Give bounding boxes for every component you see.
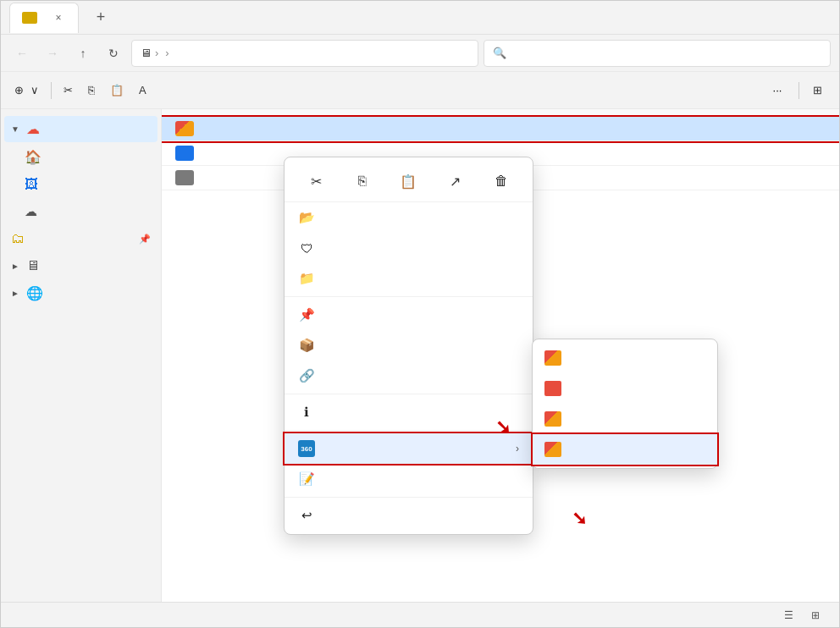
maximize-button[interactable] [749,4,788,31]
tab-close-button[interactable]: × [51,10,66,25]
extract-current-icon [544,441,561,458]
ctx-copy-button[interactable]: ⎘ [347,166,378,196]
ctx-copy-path[interactable]: 🔗 [285,361,533,391]
crack-file-icon [175,121,194,136]
notepad-icon: 📝 [298,471,315,488]
computer-chevron-icon: ► [11,262,19,271]
ctx-delete-button[interactable]: 🗑 [486,166,517,196]
computer-monitor-icon: 🖥 [26,258,40,273]
ctx-more-options[interactable]: ↩ [285,500,533,531]
wps-cloud-icon: ☁ [26,121,40,137]
ctx-notepad[interactable]: 📝 [285,464,533,494]
folder-open-icon: 📁 [298,270,315,287]
ctx-open-location[interactable]: 📁 [285,263,533,294]
up-button[interactable]: ↑ [70,41,96,66]
submenu-winrar-open[interactable] [533,343,717,373]
submenu [532,339,718,469]
extract-here-icon [544,410,561,427]
window-controls [707,4,831,31]
new-tab-button[interactable]: + [89,6,113,30]
sidebar-item-home[interactable]: 🏠 [4,144,158,170]
submenu-extract-files[interactable] [533,373,717,404]
ctx-open[interactable]: 📂 [285,202,533,233]
pin-start-icon: 📌 [298,306,315,323]
ctx-compress-zip[interactable]: 📦 [285,330,533,361]
grid-view-button[interactable]: ⊞ [805,605,826,625]
new-button[interactable]: ⊕ ∨ [8,76,46,105]
sidebar-item-wps[interactable]: ▼ ☁ [4,116,158,142]
properties-icon: ℹ [298,404,315,421]
file-list-header [162,109,839,117]
refresh-button[interactable]: ↻ [101,41,126,66]
new-chevron-icon: ∨ [30,84,39,96]
360compress-icon: 360 [298,440,315,457]
rename-icon: A [139,84,146,96]
context-menu: ✂ ⎘ 📋 ↗ 🗑 📂 🛡 📁 📌 📦 🔗 ℹ 360 [284,157,533,535]
pin-icon: 📌 [139,234,151,245]
search-box[interactable]: 🔍 [484,40,831,67]
new-icon: ⊕ [14,84,24,96]
more-options-icon: ↩ [298,507,315,524]
sidebar-item-nn[interactable]: ☁ [4,199,158,224]
extract-icon [544,380,561,397]
compress-zip-icon: 📦 [298,337,315,354]
forward-button[interactable]: → [40,41,65,66]
path-monitor-icon: 🖥 [141,47,152,59]
desktop-icon: 🗂 [11,231,25,246]
preview-button[interactable]: ⊞ [806,76,832,105]
submenu-extract-current[interactable] [533,434,717,465]
more-options-button[interactable]: ··· [763,76,792,105]
title-bar: × + [1,1,839,35]
search-icon: 🔍 [493,47,506,59]
network-icon: 🌐 [26,285,43,301]
toolbar-separator-2 [799,82,799,99]
wps-chevron-icon: ▼ [11,124,19,134]
arrow-to-extract: ➘ [572,508,587,530]
list-view-button[interactable]: ☰ [778,605,799,625]
view-controls: ☰ ⊞ [778,605,826,625]
sidebar-item-desktop[interactable]: 🗂 📌 [4,226,158,251]
sidebar-item-computer[interactable]: ► 🖥 [4,253,158,278]
address-bar: ← → ↑ ↻ 🖥 › › 🔍 [1,35,839,72]
ctx-360-arrow-icon: › [516,443,519,454]
toolbar: ⊕ ∨ ✂ ⎘ 📋 A ··· ⊞ [1,72,839,109]
cut-button[interactable]: ✂ [57,76,80,105]
copy-icon: ⎘ [88,84,95,96]
status-bar: ☰ ⊞ [1,602,839,627]
ctx-share-button[interactable]: ↗ [439,166,470,196]
toolbar-separator-1 [51,82,52,99]
sidebar-item-network[interactable]: ► 🌐 [4,280,158,306]
network-chevron-icon: ► [11,289,19,298]
close-button[interactable] [792,4,831,31]
winrar-icon [544,350,561,366]
ctx-sep-2 [285,394,533,394]
file-name-crack [175,121,622,136]
home-folder-icon: 🏠 [25,149,41,165]
submenu-extract-here[interactable] [533,404,717,434]
ctx-run-as-admin[interactable]: 🛡 [285,233,533,263]
paste-icon: 📋 [110,84,124,96]
rename-button[interactable]: A [132,76,153,105]
address-path[interactable]: 🖥 › › [131,40,478,67]
ctx-sep-1 [285,296,533,297]
ctx-paste-button[interactable]: 📋 [393,166,423,196]
tab-folder-icon [22,12,37,24]
gallery-image-icon: 🖼 [25,177,38,192]
sidebar-item-gallery[interactable]: 🖼 [4,172,158,197]
active-tab[interactable]: × [9,3,79,33]
back-button[interactable]: ← [9,41,35,66]
setup-file-icon [175,146,194,161]
sidebar: ▼ ☁ 🏠 🖼 ☁ 🗂 📌 ► � [1,109,162,602]
paste-button[interactable]: 📋 [103,76,130,105]
bat-file-icon [175,170,194,185]
nn-icon: ☁ [25,204,37,219]
toolbar-right: ··· ⊞ [763,76,832,105]
cut-icon: ✂ [64,84,73,96]
ctx-pin-start[interactable]: 📌 [285,300,533,330]
minimize-button[interactable] [707,4,746,31]
ctx-cut-button[interactable]: ✂ [301,166,331,196]
file-row-crack[interactable] [162,117,839,141]
open-icon: 📂 [298,209,315,226]
arrow-to-360: ➘ [495,416,511,438]
copy-button[interactable]: ⎘ [81,76,102,105]
